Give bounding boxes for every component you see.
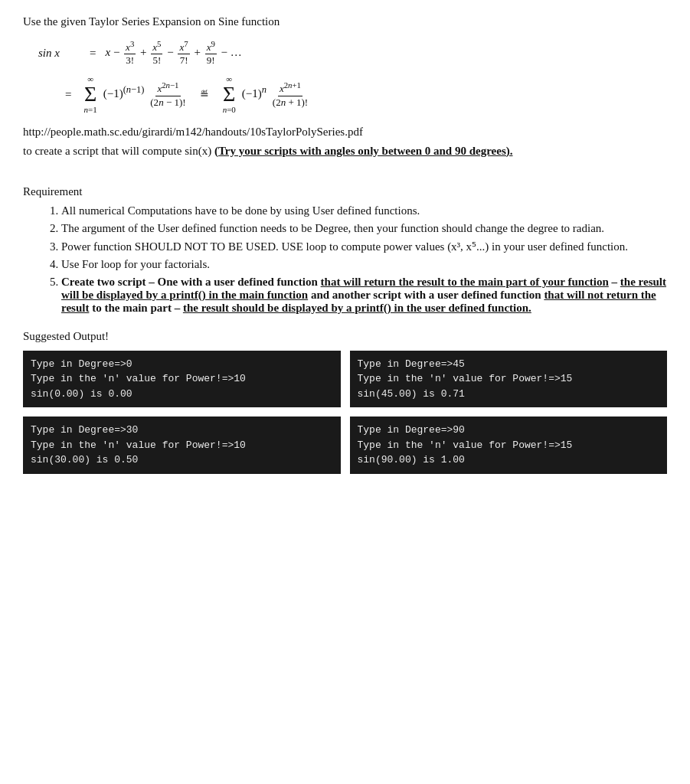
frac-x3-3fact: x3 3! bbox=[124, 39, 136, 67]
frac-x9-9fact: x9 9! bbox=[205, 39, 217, 67]
req-item-4: Use For loop for your factorials. bbox=[61, 258, 667, 271]
eq-sign-2: = bbox=[65, 88, 71, 101]
terminal-0: Type in Degree=>0 Type in the 'n' value … bbox=[23, 351, 341, 408]
req-item-1: All numerical Computations have to be do… bbox=[61, 204, 667, 217]
terminal-1: Type in Degree=>45 Type in the 'n' value… bbox=[350, 351, 668, 408]
formula-block-2: = ∞ Σ n=1 (−1)(n−1) x2n−1 (2n − 1)! ≝ ∞ … bbox=[65, 74, 667, 114]
sigma-2-char: Σ bbox=[223, 83, 235, 105]
req-item-1-text: All numerical Computations have to be do… bbox=[61, 204, 420, 217]
formula-expansion: x − x3 3! + x5 5! − x7 7! + x9 9! − … bbox=[105, 39, 241, 67]
req-item-5: Create two script – One with a user defi… bbox=[61, 276, 667, 315]
suggested-heading: Suggested Output! bbox=[23, 330, 667, 343]
terminal-3: Type in Degree=>90 Type in the 'n' value… bbox=[350, 416, 668, 474]
terminals-row-1: Type in Degree=>0 Type in the 'n' value … bbox=[23, 351, 667, 408]
terminals-row-2: Type in Degree=>30 Type in the 'n' value… bbox=[23, 416, 667, 474]
sigma-2-term: (−1)n x2n+1 (2n + 1)! bbox=[242, 80, 311, 108]
requirements-list: All numerical Computations have to be do… bbox=[61, 204, 667, 315]
frac-2n+1: x2n+1 (2n + 1)! bbox=[271, 80, 309, 108]
sigma-1: ∞ Σ n=1 bbox=[83, 74, 96, 114]
sigma-2: ∞ Σ n=0 bbox=[223, 74, 236, 114]
url-line: http://people.math.sc.edu/girardi/m142/h… bbox=[23, 126, 667, 139]
req-item-5-text: Create two script – One with a user defi… bbox=[61, 276, 666, 314]
sin-label: sin x bbox=[38, 47, 80, 60]
frac-x5-5fact: x5 5! bbox=[151, 39, 162, 67]
summation-1: ∞ Σ n=1 (−1)(n−1) x2n−1 (2n − 1)! bbox=[80, 74, 188, 114]
req-item-3-text: Power function SHOULD NOT TO BE USED. US… bbox=[61, 240, 628, 253]
sigma-1-bottom: n=1 bbox=[83, 105, 96, 114]
req-item-3: Power function SHOULD NOT TO BE USED. US… bbox=[61, 240, 667, 253]
req-item-2-text: The argument of the User defined functio… bbox=[61, 222, 604, 234]
requirement-heading: Requirement bbox=[23, 185, 667, 198]
intro-text: Use the given Taylor Series Expansion on… bbox=[23, 15, 667, 28]
frac-x7-7fact: x7 7! bbox=[178, 39, 189, 67]
task-prefix: to create a script that will compute sin… bbox=[23, 145, 214, 157]
frac-2n-1: x2n−1 (2n − 1)! bbox=[149, 80, 187, 108]
formula-block-1: sin x = x − x3 3! + x5 5! − x7 7! + x9 9… bbox=[38, 39, 667, 67]
sigma-1-char: Σ bbox=[84, 83, 96, 105]
formula-row-1: sin x = x − x3 3! + x5 5! − x7 7! + x9 9… bbox=[38, 39, 667, 67]
eq-sign-1: = bbox=[90, 47, 96, 60]
req-item-2: The argument of the User defined functio… bbox=[61, 222, 667, 235]
summation-2: ∞ Σ n=0 (−1)n x2n+1 (2n + 1)! bbox=[220, 74, 312, 114]
task-bold: (Try your scripts with angles only betwe… bbox=[214, 145, 513, 157]
task-line: to create a script that will compute sin… bbox=[23, 145, 667, 158]
req-item-4-text: Use For loop for your factorials. bbox=[61, 258, 210, 270]
sigma-1-term: (−1)(n−1) x2n−1 (2n − 1)! bbox=[103, 80, 189, 108]
sigma-2-bottom: n=0 bbox=[223, 105, 236, 114]
terminal-2: Type in Degree=>30 Type in the 'n' value… bbox=[23, 416, 341, 474]
equiv-sign: ≝ bbox=[200, 88, 209, 101]
